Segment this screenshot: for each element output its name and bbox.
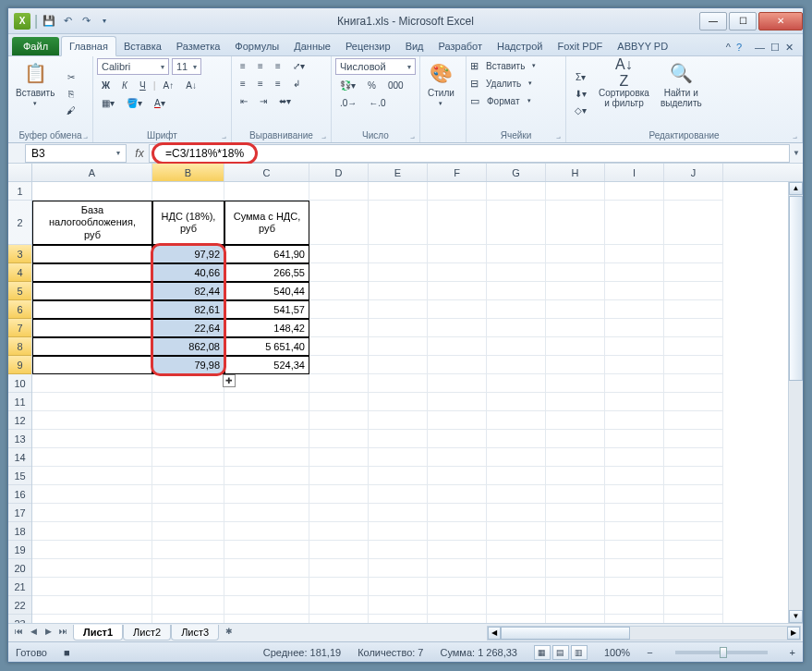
tab-data[interactable]: Данные <box>286 37 338 55</box>
fill-icon[interactable]: ⬇▾ <box>570 87 591 102</box>
cell[interactable]: 40,66 <box>152 263 224 282</box>
col-header[interactable]: A <box>32 164 152 181</box>
decrease-indent-icon[interactable]: ⇤ <box>236 93 252 108</box>
increase-font-icon[interactable]: A↑ <box>159 78 179 92</box>
cell[interactable]: 97,92 <box>152 245 224 263</box>
save-icon[interactable]: 💾 <box>42 14 56 29</box>
row-header[interactable]: 16 <box>8 485 31 504</box>
tab-prev-icon[interactable]: ◀ <box>27 627 40 640</box>
orientation-icon[interactable]: ⤢▾ <box>288 58 309 73</box>
tab-addins[interactable]: Надстрой <box>490 37 550 55</box>
help-icon[interactable]: ? <box>736 42 742 54</box>
formula-expand-icon[interactable]: ▼ <box>790 149 803 157</box>
qat-customize-icon[interactable]: ▾ <box>97 14 112 29</box>
styles-button[interactable]: 🎨 Стили ▾ <box>424 58 458 129</box>
tab-view[interactable]: Вид <box>398 37 431 55</box>
scroll-right-icon[interactable]: ▶ <box>787 627 800 640</box>
undo-icon[interactable]: ↶ <box>60 14 75 29</box>
cell[interactable]: 148,42 <box>224 319 309 337</box>
currency-icon[interactable]: 💱▾ <box>335 78 360 92</box>
row-header[interactable]: 12 <box>8 411 31 430</box>
view-page-layout-icon[interactable]: ▤ <box>552 645 569 660</box>
col-header[interactable]: I <box>605 164 664 181</box>
horizontal-scrollbar[interactable]: ◀ ▶ <box>236 626 803 640</box>
minimize-button[interactable]: — <box>699 12 727 30</box>
italic-button[interactable]: К <box>117 78 132 92</box>
row-header[interactable]: 3 <box>8 245 31 263</box>
scroll-up-icon[interactable]: ▲ <box>789 182 803 195</box>
formula-input[interactable]: =C3/118%*18% <box>149 144 790 163</box>
increase-decimal-icon[interactable]: .0→ <box>335 95 361 110</box>
workbook-minimize-icon[interactable]: — <box>755 42 765 54</box>
row-header[interactable]: 17 <box>8 504 31 522</box>
col-header[interactable]: D <box>309 164 369 181</box>
maximize-button[interactable]: ☐ <box>729 12 757 30</box>
col-header[interactable]: E <box>369 164 428 181</box>
vscroll-thumb[interactable] <box>789 196 803 381</box>
paste-button[interactable]: 📋 Вставить ▾ <box>12 58 58 129</box>
font-size-combo[interactable]: 11 <box>172 58 201 75</box>
app-menu-icon[interactable]: X <box>14 13 30 30</box>
underline-button[interactable]: Ч <box>135 78 151 92</box>
col-header[interactable]: F <box>428 164 487 181</box>
row-header[interactable]: 1 <box>8 182 31 201</box>
tab-insert[interactable]: Вставка <box>116 37 169 55</box>
tab-foxit[interactable]: Foxit PDF <box>550 37 610 55</box>
cell[interactable]: 5 651,40 <box>224 337 309 356</box>
cells-delete-button[interactable]: Удалить <box>481 76 526 91</box>
row-header[interactable]: 5 <box>8 282 31 300</box>
tab-developer[interactable]: Разработ <box>431 37 490 55</box>
comma-icon[interactable]: 000 <box>383 78 408 92</box>
row-header[interactable]: 23 <box>8 615 31 623</box>
row-header[interactable]: 2 <box>8 201 31 245</box>
row-header[interactable]: 20 <box>8 559 31 578</box>
tab-first-icon[interactable]: ⏮ <box>12 627 25 640</box>
tab-formulas[interactable]: Формулы <box>227 37 286 55</box>
align-bottom-icon[interactable]: ≡ <box>271 58 285 73</box>
tab-home[interactable]: Главная <box>61 36 116 56</box>
row-header[interactable]: 8 <box>8 337 31 356</box>
zoom-out-icon[interactable]: − <box>647 647 652 658</box>
copy-icon[interactable]: ⎘ <box>62 87 80 102</box>
row-header[interactable]: 6 <box>8 300 31 319</box>
col-header[interactable]: B <box>152 164 224 181</box>
wrap-text-icon[interactable]: ↲ <box>288 76 305 91</box>
close-button[interactable]: ✕ <box>758 12 803 30</box>
zoom-thumb[interactable] <box>720 647 727 658</box>
cell[interactable]: 541,57 <box>224 300 309 319</box>
new-sheet-icon[interactable]: ✱ <box>223 627 236 640</box>
align-top-icon[interactable]: ≡ <box>236 58 250 73</box>
view-page-break-icon[interactable]: ▥ <box>571 645 588 660</box>
row-header[interactable]: 7 <box>8 319 31 337</box>
cell[interactable]: 862,08 <box>152 337 224 356</box>
tab-last-icon[interactable]: ⏭ <box>56 627 69 640</box>
tab-layout[interactable]: Разметка <box>169 37 228 55</box>
cell[interactable]: 22,64 <box>152 319 224 337</box>
increase-indent-icon[interactable]: ⇥ <box>255 93 272 108</box>
format-painter-icon[interactable]: 🖌 <box>62 104 80 118</box>
cell-header-a[interactable]: База налогообложения, руб <box>32 201 152 245</box>
tab-review[interactable]: Рецензир <box>338 37 398 55</box>
row-header[interactable]: 18 <box>8 522 31 541</box>
row-header[interactable]: 19 <box>8 541 31 559</box>
cell-header-b[interactable]: НДС (18%), руб <box>152 201 224 245</box>
col-header[interactable]: C <box>224 164 309 181</box>
cell[interactable]: 79,98 <box>152 356 224 374</box>
align-center-icon[interactable]: ≡ <box>253 76 268 91</box>
font-color-icon[interactable]: A▾ <box>150 95 170 110</box>
sheet-tab-2[interactable]: Лист2 <box>123 625 171 640</box>
row-header[interactable]: 9 <box>8 356 31 374</box>
fx-icon[interactable]: fx <box>130 147 149 160</box>
col-header[interactable]: J <box>664 164 723 181</box>
bold-button[interactable]: Ж <box>97 78 115 92</box>
hscroll-thumb[interactable] <box>501 627 630 640</box>
row-header[interactable]: 4 <box>8 263 31 282</box>
autosum-icon[interactable]: Σ▾ <box>570 70 591 85</box>
percent-icon[interactable]: % <box>363 78 381 92</box>
number-format-combo[interactable]: Числовой <box>335 58 416 75</box>
align-left-icon[interactable]: ≡ <box>236 76 250 91</box>
font-name-combo[interactable]: Calibri <box>97 58 169 75</box>
cell[interactable]: 82,61 <box>152 300 224 319</box>
col-header[interactable]: G <box>487 164 546 181</box>
border-icon[interactable]: ▦▾ <box>97 95 119 110</box>
